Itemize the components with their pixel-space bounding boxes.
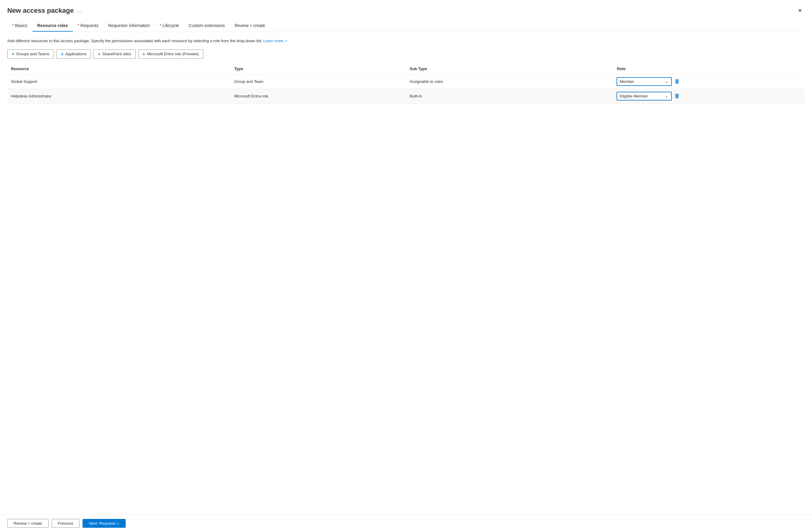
nav-tabs: Basics Resource roles Requests Requestor… [7,20,805,32]
resource-roles-table-container: Resource Type Sub Type Role Global Suppo… [7,64,805,515]
cell-role: MemberOwner [613,74,805,89]
more-options-icon[interactable]: ... [77,8,82,14]
column-header-role: Role [613,64,805,74]
tab-requestor-information[interactable]: Requestor information [103,20,155,31]
column-header-resource: Resource [7,64,231,74]
previous-button[interactable]: Previous [52,519,80,528]
add-microsoft-entra-role-button[interactable]: + Microsoft Entra role (Preview) [138,50,203,59]
trash-icon [675,79,679,84]
cell-subtype: Built-In [406,89,613,103]
trash-icon [675,93,679,99]
tab-resource-roles[interactable]: Resource roles [32,20,73,31]
plus-icon: + [98,52,100,56]
cell-subtype: Assignable to roles [406,74,613,89]
delete-row-button-0[interactable] [673,78,681,85]
tab-custom-extensions[interactable]: Custom extensions [184,20,230,31]
table-row: Global SupportGroup and TeamAssignable t… [7,74,805,89]
close-button[interactable]: ✕ [795,6,805,15]
plus-icon: + [143,52,145,56]
tab-requests[interactable]: Requests [73,20,103,31]
role-select-row-0[interactable]: MemberOwner [617,78,671,86]
column-header-type: Type [231,64,406,74]
tab-lifecycle[interactable]: Lifecycle [155,20,184,31]
footer-bar: Review + create Previous Next: Requests … [0,514,812,532]
add-sharepoint-sites-button[interactable]: + SharePoint sites [93,50,136,59]
external-link-icon: ↗ [285,39,287,43]
cell-role: Eligible MemberActive Member [613,89,805,103]
add-groups-and-teams-button[interactable]: + Groups and Teams [7,50,54,59]
delete-row-button-1[interactable] [673,92,681,100]
learn-more-link[interactable]: Learn more ↗ [263,39,287,43]
tab-basics[interactable]: Basics [7,20,32,31]
plus-icon: + [12,52,14,56]
page-title: New access package [7,7,74,15]
next-requests-button[interactable]: Next: Requests > [83,519,126,528]
cell-type: Group and Team [231,74,406,89]
table-row: Helpdesk AdministratorMicrosoft Entra ro… [7,89,805,103]
role-select-row-1[interactable]: Eligible MemberActive Member [617,92,671,100]
tab-review-create[interactable]: Review + create [230,20,270,31]
action-buttons-group: + Groups and Teams + Applications + Shar… [7,50,805,59]
add-applications-button[interactable]: + Applications [56,50,91,59]
cell-resource: Global Support [7,74,231,89]
column-header-subtype: Sub Type [406,64,613,74]
review-create-button[interactable]: Review + create [7,519,48,528]
description-text: Add different resources to this access p… [7,38,805,44]
cell-type: Microsoft Entra role [231,89,406,103]
resource-roles-table: Resource Type Sub Type Role Global Suppo… [7,64,805,103]
plus-icon: + [61,52,63,56]
cell-resource: Helpdesk Administrator [7,89,231,103]
